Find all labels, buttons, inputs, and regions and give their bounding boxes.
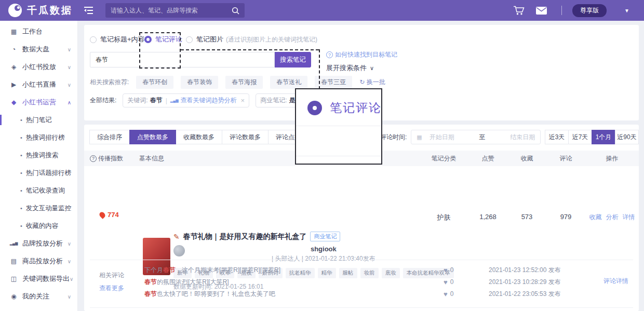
analyze-action-link[interactable]: 分析 [606,213,619,222]
callout-bg-line [296,126,381,126]
comment-post: ，这个月期末考[哭惹R][哭惹R][哭惹R] [176,266,280,274]
sidebar-subitem-post-interaction-monitor[interactable]: • 发文互动量监控 [0,199,77,217]
sidebar-item-brand-analysis[interactable]: ▂▄▆ 品牌投放分析 ∨ [0,235,77,252]
sidebar-subitem-label: 收藏的内容 [26,222,59,231]
sidebar-item-label: 商品投放分析 [22,256,63,266]
sidebar-item-data-dashboard[interactable]: ◔ 数据大盘 ∨ [0,40,77,58]
tab-most-likes[interactable]: 点赞数最多 [129,130,176,144]
cart-icon[interactable] [513,6,525,16]
bullet-icon: • [20,205,22,211]
related-chip[interactable]: 春节三亚 [315,76,352,89]
question-circle-icon[interactable]: ? [90,155,97,162]
end-date-placeholder: 结束日期 [510,133,535,142]
sort-tabs: 综合排序 点赞数最多 收藏数最多 评论数最多 评论点赞最高 [90,130,321,144]
comment-likes: ♥0 [444,290,482,298]
sidebar-item-product-analysis[interactable]: ▤ 商品投放分析 ∨ [0,252,77,270]
tab-most-comments[interactable]: 评论数最多 [222,130,269,144]
global-search-input[interactable] [105,7,226,14]
filter-tag-label: 关键词: [127,96,147,105]
filter-tag-value: 是 [289,96,295,105]
bar-chart-icon: ▂▄▆ [9,241,18,246]
comment-detail-link[interactable]: 评论详情 [603,277,628,286]
search-notes-button[interactable]: 搜索笔记 [275,52,311,67]
sidebar-subitem-label: 热搜词搜索 [26,151,59,160]
help-link[interactable]: ? 如何快速找到目标笔记 [326,50,397,59]
range-1month-button[interactable]: 1个月 [592,130,615,144]
favorite-action-link[interactable]: 收藏 [589,213,602,222]
related-chip[interactable]: 春节送礼 [270,76,307,89]
comments-value: 979 [546,213,585,221]
related-chip[interactable]: 春节环创 [136,76,173,89]
likes-value: 1,268 [468,213,507,221]
radio-note-images[interactable]: 笔记图片 (通过识别图片上的关键词找笔记) [186,33,317,46]
separator: | [166,97,167,104]
sidebar-subitem-label: 发文互动量监控 [26,204,72,213]
refresh-batch-link[interactable]: ↻ 换一批 [359,78,385,87]
brand-logo-icon[interactable] [8,4,22,17]
sidebar-subitem-note-index-query[interactable]: • 笔记收录查询 [0,182,77,199]
author-name-link[interactable]: shgiook [272,245,375,253]
mail-icon[interactable] [536,7,547,15]
sidebar-item-keyword-export[interactable]: ◫ 关键词数据导出 ∨ [0,270,77,288]
bullet-icon: • [20,223,22,229]
comment-pre: 下个月 [144,266,163,274]
related-chip[interactable]: 春节海报 [225,76,263,89]
tab-comprehensive-sort[interactable]: 综合排序 [89,130,130,144]
sidebar-item-my-follows[interactable]: ◉ 我的关注 ∨ [0,288,77,305]
sidebar-item-label: 数据大盘 [22,45,49,54]
spread-index-number: 774 [108,211,119,219]
col-note-category: 笔记分类 [419,154,468,163]
range-7days-button[interactable]: 近7天 [568,130,592,144]
filter-tag-value: 春节 [150,96,163,105]
sidebar-item-label: 小红书投放 [22,62,56,72]
comment-row: 下个月春节，这个月期末考[哭惹R][哭惹R][哭惹R] ♥0 2021-01-2… [144,265,633,275]
document-export-icon: ◫ [9,275,18,282]
account-caret-down-icon[interactable]: ▼ [624,8,629,13]
pie-chart-icon: ◔ [9,46,18,53]
sidebar-subitem-hot-notes[interactable]: • 热门笔记 [0,111,77,129]
chevron-down-icon: ∨ [68,82,71,88]
author-avatar[interactable] [173,245,185,256]
start-date-placeholder: 开始日期 [430,133,454,142]
remove-tag-icon[interactable]: × [241,97,245,104]
sidebar-subitem-favorited-content[interactable]: • 收藏的内容 [0,217,77,235]
expand-search-conditions[interactable]: 展开搜索条件 ∨ [326,63,374,73]
range-3days-button[interactable]: 近3天 [545,130,569,144]
sidebar-item-xhs-live[interactable]: ▶ 小红书直播 ∨ [0,76,77,93]
note-title-link[interactable]: 春节礼物｜是好用又有趣的新年礼盒了 [183,232,307,241]
details-action-link[interactable]: 详情 [623,213,635,222]
radio-note-comments[interactable]: 笔记评论 [144,33,182,46]
plan-badge[interactable]: 尊享版 [572,4,607,17]
sidebar-item-xhs-ads[interactable]: ◈ 小红书投放 ∨ [0,58,77,76]
col-likes: 点赞 [468,154,507,163]
comment-keyword-highlight: 春节 [144,278,157,286]
chevron-down-icon: ∨ [68,64,71,70]
range-90days-button[interactable]: 近90天 [615,130,639,144]
view-more-link[interactable]: 查看更多 [84,284,139,293]
comment-row: 春节也太快了吧！即将要到了！礼盒也太美了吧 ♥0 2021-01-22 23:0… [144,289,633,299]
sidebar-subitem-label: 热搜词排行榜 [26,133,65,142]
related-search-label: 相关搜索推荐: [90,78,129,87]
keyword-input[interactable] [90,52,275,67]
radio-note-title-content[interactable]: 笔记标题+内容 [90,33,145,46]
keyword-trend-link[interactable]: 查看关键词趋势分析 [181,96,237,105]
tab-most-collects[interactable]: 收藏数最多 [176,130,222,144]
sidebar-item-xhs-operation[interactable]: ◆ 小红书运营 ∧ [0,93,77,111]
ribbon-icon: ◆ [9,99,18,106]
date-range-input[interactable]: ▦ 开始日期 至 结束日期 [411,130,541,144]
grid-icon: ▦ [9,28,18,35]
sidebar-item-workbench[interactable]: ▦ 工作台 [0,23,77,40]
sidebar-subitem-hot-word-search[interactable]: • 热搜词搜索 [0,146,77,164]
search-icon[interactable] [226,7,245,15]
comment-keyword-highlight: 春节 [163,266,176,274]
video-camera-icon: ▶ [9,81,18,88]
sidebar-subitem-hot-topic-rank[interactable]: • 热门话题排行榜 [0,164,77,182]
col-label: 传播指数 [98,154,123,163]
related-search-row: 相关搜索推荐: 春节环创 春节装饰 春节海报 春节送礼 春节三亚 ↻ 换一批 [90,76,385,89]
sidebar-subitem-hot-word-rank[interactable]: • 热搜词排行榜 [0,129,77,146]
top-header: 千瓜数据 尊享版 ▼ [0,0,644,21]
sidebar-item-label: 品牌投放分析 [22,239,63,248]
sidebar-collapse-icon[interactable] [84,7,93,14]
related-chip[interactable]: 春节装饰 [181,76,218,89]
author-meta: | 头部达人 | 2021-01-22 21:03:40发布 [272,254,375,263]
